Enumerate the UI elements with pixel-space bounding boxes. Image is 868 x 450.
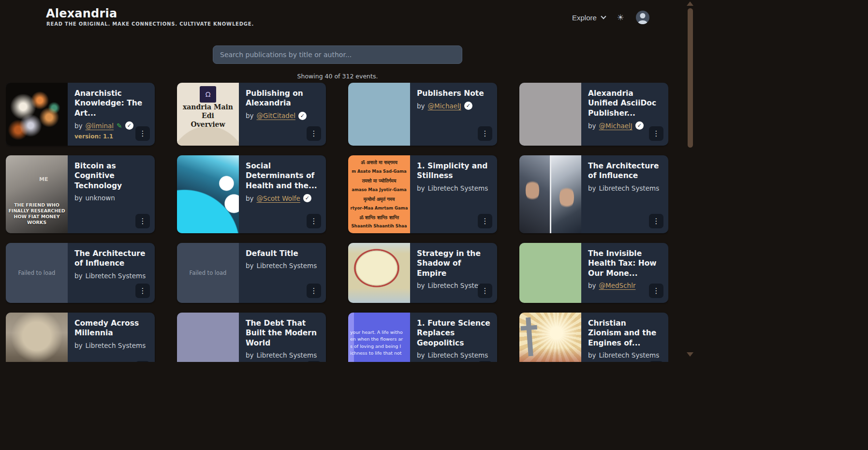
publication-card[interactable]: METHE FRIEND WHO FINALLY RESEARCHED HOW … bbox=[6, 155, 155, 233]
card-menu-button[interactable]: ⋮ bbox=[649, 126, 663, 141]
author-link[interactable]: @liminal bbox=[86, 122, 114, 130]
verified-badge-icon: ✓ bbox=[303, 194, 311, 202]
publication-card[interactable]: Social Determinants of Health and the...… bbox=[177, 155, 326, 233]
scripture-line: मृत्योर्मा अमृतं गमय bbox=[349, 196, 409, 202]
publication-card[interactable]: Anarchistic Knowledge: The Art...by@limi… bbox=[6, 83, 155, 146]
card-menu-button[interactable]: ⋮ bbox=[649, 361, 663, 362]
scrollbar-thumb[interactable] bbox=[688, 8, 693, 148]
chevron-down-icon bbox=[601, 14, 606, 19]
card-menu-button[interactable]: ⋮ bbox=[307, 284, 321, 298]
publication-thumbnail: Ωxandria Main EdiOverview bbox=[177, 83, 239, 146]
scripture-line: m Asato Maa Sad-Gama bbox=[349, 169, 409, 174]
kebab-icon: ⋮ bbox=[482, 217, 489, 225]
publication-card[interactable]: Ωxandria Main EdiOverviewPublishing on A… bbox=[177, 83, 326, 146]
kebab-icon: ⋮ bbox=[653, 217, 660, 225]
card-menu-button[interactable]: ⋮ bbox=[478, 361, 492, 362]
scrollbar-down-arrow[interactable] bbox=[687, 352, 693, 357]
author-name: Libretech Systems bbox=[599, 351, 660, 359]
card-menu-button[interactable]: ⋮ bbox=[135, 284, 150, 298]
card-menu-button[interactable]: ⋮ bbox=[135, 361, 150, 362]
kebab-icon: ⋮ bbox=[139, 129, 147, 138]
author-link[interactable]: @GitCitadel bbox=[257, 112, 295, 120]
kebab-icon: ⋮ bbox=[139, 217, 147, 225]
excerpt-line: en when the flowers ar bbox=[350, 336, 409, 343]
author-link[interactable]: @MichaelJ bbox=[428, 102, 461, 110]
card-menu-button[interactable]: ⋮ bbox=[307, 361, 321, 362]
cover-line: Overview bbox=[177, 120, 239, 129]
publication-card[interactable]: Failed to loadDefault TitlebyLibretech S… bbox=[177, 243, 326, 303]
author-name: Libretech Systems bbox=[86, 272, 146, 280]
publication-byline: by@MichaelJ✓ bbox=[417, 102, 490, 110]
explore-menu-button[interactable]: Explore bbox=[572, 14, 605, 22]
scripture-line: ॐ असतो मा सद्गमय bbox=[349, 159, 409, 165]
publication-card[interactable]: The Architecture of InfluencebyLibretech… bbox=[519, 155, 668, 233]
byline-prefix: by bbox=[74, 194, 83, 202]
kebab-icon: ⋮ bbox=[310, 217, 318, 225]
byline-prefix: by bbox=[417, 184, 425, 192]
byline-prefix: by bbox=[417, 282, 425, 289]
card-content: Strategy in the Shadow of EmpirebyLibret… bbox=[410, 243, 497, 303]
publication-title: Comedy Across Millennia bbox=[74, 318, 148, 338]
publication-title: Bitcoin as Cognitive Technology bbox=[74, 161, 148, 191]
publication-title: Christian Zionism and the Engines of... bbox=[588, 318, 662, 348]
search-input[interactable] bbox=[213, 45, 462, 64]
card-menu-button[interactable]: ⋮ bbox=[307, 126, 321, 141]
publication-card[interactable]: ॐ असतो मा सद्गमयm Asato Maa Sad-Gamaतमसो… bbox=[348, 155, 497, 233]
thumbnail-error-label: Failed to load bbox=[190, 270, 227, 276]
author-link[interactable]: @MedSchlr bbox=[599, 282, 636, 289]
card-menu-button[interactable]: ⋮ bbox=[478, 126, 492, 141]
publication-thumbnail: ॐ असतो मा सद्गमयm Asato Maa Sad-Gamaतमसो… bbox=[348, 155, 410, 233]
card-content: 1. Future Science Replaces Geopoliticsby… bbox=[410, 313, 497, 362]
publication-card[interactable]: Christian Zionism and the Engines of...b… bbox=[519, 313, 668, 362]
card-menu-button[interactable]: ⋮ bbox=[307, 214, 321, 228]
publication-card[interactable]: Strategy in the Shadow of EmpirebyLibret… bbox=[348, 243, 497, 303]
byline-prefix: by bbox=[74, 122, 83, 130]
card-content: 1. Simplicity and StillnessbyLibretech S… bbox=[410, 155, 497, 233]
publication-byline: byLibretech Systems bbox=[417, 184, 490, 192]
author-name: Libretech Systems bbox=[86, 342, 146, 349]
scripture-line: Shaantih Shaantih Shaa bbox=[349, 224, 409, 229]
publication-card[interactable]: The Invisible Health Tax: How Our Mone..… bbox=[519, 243, 668, 303]
theme-toggle-button[interactable]: ☀ bbox=[617, 14, 624, 22]
publication-card[interactable]: Failed to loadThe Architecture of Influe… bbox=[6, 243, 155, 303]
card-menu-button[interactable]: ⋮ bbox=[478, 284, 492, 298]
explore-label: Explore bbox=[572, 14, 597, 22]
publication-thumbnail bbox=[519, 313, 581, 362]
user-avatar[interactable] bbox=[636, 11, 649, 24]
excerpt-line: your heart. A life witho bbox=[350, 329, 409, 336]
publication-card[interactable]: Alexandria Unified AsciiDoc Publisher...… bbox=[519, 83, 668, 146]
card-menu-button[interactable]: ⋮ bbox=[135, 214, 150, 228]
author-link[interactable]: @MichaelJ bbox=[599, 122, 633, 130]
excerpt-line: ichness to life that not bbox=[350, 350, 409, 357]
publication-thumbnail bbox=[177, 155, 239, 233]
scrollbar-up-arrow[interactable] bbox=[687, 1, 693, 6]
meme-caption: THE FRIEND WHO FINALLY RESEARCHED HOW FI… bbox=[7, 202, 66, 225]
publication-thumbnail bbox=[6, 83, 68, 146]
kebab-icon: ⋮ bbox=[653, 129, 660, 138]
publication-title: Social Determinants of Health and the... bbox=[246, 161, 319, 191]
publication-card[interactable]: The Debt That Built the Modern WorldbyLi… bbox=[177, 313, 326, 362]
results-count: Showing 40 of 312 events. bbox=[213, 73, 462, 80]
card-menu-button[interactable]: ⋮ bbox=[649, 284, 663, 298]
byline-prefix: by bbox=[588, 122, 596, 130]
kebab-icon: ⋮ bbox=[310, 129, 318, 138]
kebab-icon: ⋮ bbox=[482, 129, 489, 138]
author-link[interactable]: @Scott Wolfe bbox=[257, 195, 300, 202]
publication-card[interactable]: your heart. A life withoen when the flow… bbox=[348, 313, 497, 362]
page-title: Alexandria bbox=[46, 7, 117, 20]
kebab-icon: ⋮ bbox=[310, 286, 318, 295]
card-content: The Invisible Health Tax: How Our Mone..… bbox=[581, 243, 668, 303]
card-menu-button[interactable]: ⋮ bbox=[649, 214, 663, 228]
publication-byline: byLibretech Systems bbox=[246, 262, 319, 270]
card-content: Anarchistic Knowledge: The Art...by@limi… bbox=[68, 83, 155, 146]
publication-thumbnail: Failed to load bbox=[6, 243, 68, 303]
card-menu-button[interactable]: ⋮ bbox=[478, 214, 492, 228]
publication-card[interactable]: Comedy Across MillenniabyLibretech Syste… bbox=[6, 313, 155, 362]
byline-prefix: by bbox=[246, 351, 254, 359]
author-name: Libretech Systems bbox=[599, 184, 660, 192]
card-content: Comedy Across MillenniabyLibretech Syste… bbox=[68, 313, 155, 362]
publication-card[interactable]: Publishers Noteby@MichaelJ✓⋮ bbox=[348, 83, 497, 146]
card-menu-button[interactable]: ⋮ bbox=[135, 126, 150, 141]
version-label: version: 1.1 bbox=[74, 133, 113, 140]
publication-title: The Invisible Health Tax: How Our Mone..… bbox=[588, 249, 662, 278]
